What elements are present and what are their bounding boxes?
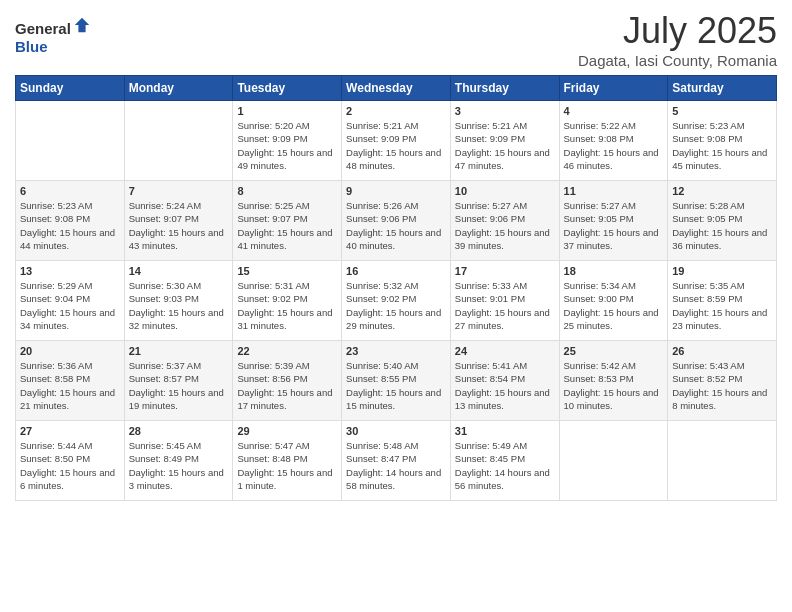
day-number: 6: [20, 185, 120, 197]
day-detail: Sunrise: 5:32 AM Sunset: 9:02 PM Dayligh…: [346, 279, 446, 332]
day-number: 16: [346, 265, 446, 277]
title-area: July 2025 Dagata, Iasi County, Romania: [578, 10, 777, 69]
calendar-cell: 20Sunrise: 5:36 AM Sunset: 8:58 PM Dayli…: [16, 341, 125, 421]
day-detail: Sunrise: 5:39 AM Sunset: 8:56 PM Dayligh…: [237, 359, 337, 412]
day-detail: Sunrise: 5:47 AM Sunset: 8:48 PM Dayligh…: [237, 439, 337, 492]
calendar-cell: 5Sunrise: 5:23 AM Sunset: 9:08 PM Daylig…: [668, 101, 777, 181]
calendar-week-row: 27Sunrise: 5:44 AM Sunset: 8:50 PM Dayli…: [16, 421, 777, 501]
day-number: 17: [455, 265, 555, 277]
day-number: 2: [346, 105, 446, 117]
day-number: 25: [564, 345, 664, 357]
day-number: 1: [237, 105, 337, 117]
logo-general: General: [15, 20, 71, 37]
calendar-table: SundayMondayTuesdayWednesdayThursdayFrid…: [15, 75, 777, 501]
calendar-cell: 18Sunrise: 5:34 AM Sunset: 9:00 PM Dayli…: [559, 261, 668, 341]
calendar-cell: 22Sunrise: 5:39 AM Sunset: 8:56 PM Dayli…: [233, 341, 342, 421]
day-number: 18: [564, 265, 664, 277]
day-detail: Sunrise: 5:28 AM Sunset: 9:05 PM Dayligh…: [672, 199, 772, 252]
location-title: Dagata, Iasi County, Romania: [578, 52, 777, 69]
calendar-cell: 17Sunrise: 5:33 AM Sunset: 9:01 PM Dayli…: [450, 261, 559, 341]
day-detail: Sunrise: 5:23 AM Sunset: 9:08 PM Dayligh…: [672, 119, 772, 172]
day-detail: Sunrise: 5:37 AM Sunset: 8:57 PM Dayligh…: [129, 359, 229, 412]
calendar-cell: 15Sunrise: 5:31 AM Sunset: 9:02 PM Dayli…: [233, 261, 342, 341]
calendar-cell: 21Sunrise: 5:37 AM Sunset: 8:57 PM Dayli…: [124, 341, 233, 421]
day-number: 3: [455, 105, 555, 117]
calendar-cell: 2Sunrise: 5:21 AM Sunset: 9:09 PM Daylig…: [342, 101, 451, 181]
day-detail: Sunrise: 5:25 AM Sunset: 9:07 PM Dayligh…: [237, 199, 337, 252]
day-detail: Sunrise: 5:27 AM Sunset: 9:05 PM Dayligh…: [564, 199, 664, 252]
day-number: 26: [672, 345, 772, 357]
calendar-cell: [124, 101, 233, 181]
day-number: 22: [237, 345, 337, 357]
day-detail: Sunrise: 5:40 AM Sunset: 8:55 PM Dayligh…: [346, 359, 446, 412]
day-number: 14: [129, 265, 229, 277]
day-detail: Sunrise: 5:21 AM Sunset: 9:09 PM Dayligh…: [455, 119, 555, 172]
calendar-cell: 9Sunrise: 5:26 AM Sunset: 9:06 PM Daylig…: [342, 181, 451, 261]
day-detail: Sunrise: 5:21 AM Sunset: 9:09 PM Dayligh…: [346, 119, 446, 172]
day-detail: Sunrise: 5:49 AM Sunset: 8:45 PM Dayligh…: [455, 439, 555, 492]
day-detail: Sunrise: 5:41 AM Sunset: 8:54 PM Dayligh…: [455, 359, 555, 412]
weekday-header-friday: Friday: [559, 76, 668, 101]
header: General Blue July 2025 Dagata, Iasi Coun…: [15, 10, 777, 69]
day-detail: Sunrise: 5:33 AM Sunset: 9:01 PM Dayligh…: [455, 279, 555, 332]
calendar-cell: 27Sunrise: 5:44 AM Sunset: 8:50 PM Dayli…: [16, 421, 125, 501]
calendar-cell: 11Sunrise: 5:27 AM Sunset: 9:05 PM Dayli…: [559, 181, 668, 261]
logo: General Blue: [15, 16, 91, 56]
day-detail: Sunrise: 5:23 AM Sunset: 9:08 PM Dayligh…: [20, 199, 120, 252]
day-number: 15: [237, 265, 337, 277]
logo-icon: [73, 16, 91, 34]
calendar-cell: [668, 421, 777, 501]
day-number: 30: [346, 425, 446, 437]
day-number: 12: [672, 185, 772, 197]
day-detail: Sunrise: 5:24 AM Sunset: 9:07 PM Dayligh…: [129, 199, 229, 252]
day-number: 8: [237, 185, 337, 197]
day-number: 19: [672, 265, 772, 277]
day-detail: Sunrise: 5:45 AM Sunset: 8:49 PM Dayligh…: [129, 439, 229, 492]
day-number: 7: [129, 185, 229, 197]
calendar-cell: 30Sunrise: 5:48 AM Sunset: 8:47 PM Dayli…: [342, 421, 451, 501]
day-number: 5: [672, 105, 772, 117]
calendar-cell: 28Sunrise: 5:45 AM Sunset: 8:49 PM Dayli…: [124, 421, 233, 501]
weekday-header-thursday: Thursday: [450, 76, 559, 101]
calendar-cell: 4Sunrise: 5:22 AM Sunset: 9:08 PM Daylig…: [559, 101, 668, 181]
day-detail: Sunrise: 5:42 AM Sunset: 8:53 PM Dayligh…: [564, 359, 664, 412]
weekday-header-tuesday: Tuesday: [233, 76, 342, 101]
day-detail: Sunrise: 5:29 AM Sunset: 9:04 PM Dayligh…: [20, 279, 120, 332]
day-detail: Sunrise: 5:27 AM Sunset: 9:06 PM Dayligh…: [455, 199, 555, 252]
calendar-cell: 13Sunrise: 5:29 AM Sunset: 9:04 PM Dayli…: [16, 261, 125, 341]
day-number: 24: [455, 345, 555, 357]
day-detail: Sunrise: 5:48 AM Sunset: 8:47 PM Dayligh…: [346, 439, 446, 492]
day-number: 11: [564, 185, 664, 197]
day-number: 20: [20, 345, 120, 357]
calendar-cell: 3Sunrise: 5:21 AM Sunset: 9:09 PM Daylig…: [450, 101, 559, 181]
calendar-cell: [16, 101, 125, 181]
weekday-header-monday: Monday: [124, 76, 233, 101]
weekday-header-sunday: Sunday: [16, 76, 125, 101]
day-number: 29: [237, 425, 337, 437]
day-detail: Sunrise: 5:35 AM Sunset: 8:59 PM Dayligh…: [672, 279, 772, 332]
calendar-cell: 19Sunrise: 5:35 AM Sunset: 8:59 PM Dayli…: [668, 261, 777, 341]
calendar-cell: 25Sunrise: 5:42 AM Sunset: 8:53 PM Dayli…: [559, 341, 668, 421]
day-detail: Sunrise: 5:30 AM Sunset: 9:03 PM Dayligh…: [129, 279, 229, 332]
calendar-cell: 6Sunrise: 5:23 AM Sunset: 9:08 PM Daylig…: [16, 181, 125, 261]
weekday-header-saturday: Saturday: [668, 76, 777, 101]
calendar-week-row: 6Sunrise: 5:23 AM Sunset: 9:08 PM Daylig…: [16, 181, 777, 261]
weekday-header-wednesday: Wednesday: [342, 76, 451, 101]
calendar-cell: 7Sunrise: 5:24 AM Sunset: 9:07 PM Daylig…: [124, 181, 233, 261]
day-number: 27: [20, 425, 120, 437]
month-title: July 2025: [578, 10, 777, 52]
calendar-cell: 10Sunrise: 5:27 AM Sunset: 9:06 PM Dayli…: [450, 181, 559, 261]
calendar-cell: 1Sunrise: 5:20 AM Sunset: 9:09 PM Daylig…: [233, 101, 342, 181]
day-detail: Sunrise: 5:20 AM Sunset: 9:09 PM Dayligh…: [237, 119, 337, 172]
day-detail: Sunrise: 5:22 AM Sunset: 9:08 PM Dayligh…: [564, 119, 664, 172]
day-number: 10: [455, 185, 555, 197]
calendar-cell: 23Sunrise: 5:40 AM Sunset: 8:55 PM Dayli…: [342, 341, 451, 421]
day-detail: Sunrise: 5:36 AM Sunset: 8:58 PM Dayligh…: [20, 359, 120, 412]
day-number: 13: [20, 265, 120, 277]
calendar-cell: 29Sunrise: 5:47 AM Sunset: 8:48 PM Dayli…: [233, 421, 342, 501]
day-detail: Sunrise: 5:44 AM Sunset: 8:50 PM Dayligh…: [20, 439, 120, 492]
logo-blue: Blue: [15, 38, 48, 55]
calendar-week-row: 20Sunrise: 5:36 AM Sunset: 8:58 PM Dayli…: [16, 341, 777, 421]
calendar-cell: [559, 421, 668, 501]
day-detail: Sunrise: 5:34 AM Sunset: 9:00 PM Dayligh…: [564, 279, 664, 332]
